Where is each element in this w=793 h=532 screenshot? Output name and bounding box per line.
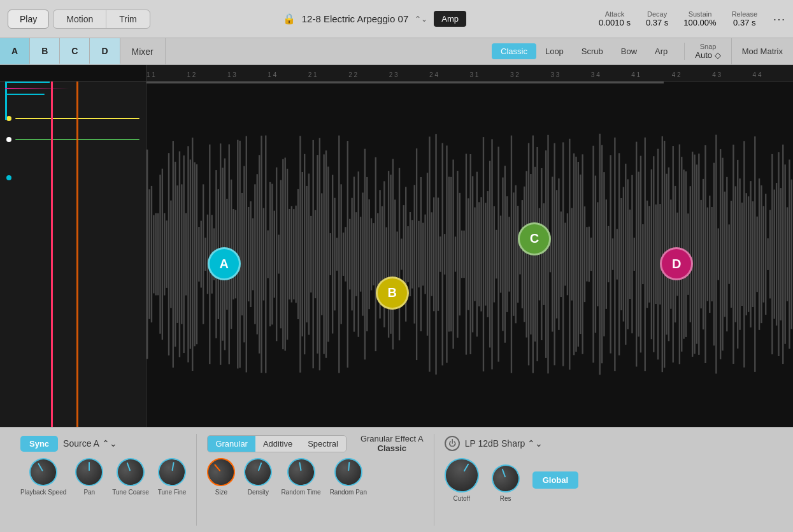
res-knob-container: Res (492, 464, 520, 502)
svg-rect-116 (396, 231, 397, 277)
playback-speed-knob[interactable] (24, 453, 62, 491)
grain-marker-b[interactable]: B (376, 277, 409, 310)
timeline-ruler: 1 11 21 31 42 12 22 32 43 13 23 33 44 14… (146, 65, 793, 82)
density-knob-container: Density (244, 458, 272, 496)
mod-matrix-button[interactable]: Mod Matrix (731, 38, 793, 64)
svg-rect-131 (429, 136, 430, 371)
source-select[interactable]: Source A ⌃⌄ (63, 438, 117, 449)
grain-marker-a[interactable]: A (208, 247, 241, 280)
svg-rect-278 (746, 193, 747, 315)
svg-rect-85 (330, 233, 331, 275)
grain-marker-c[interactable]: C (518, 222, 551, 255)
svg-rect-176 (525, 171, 527, 337)
motion-tab[interactable]: Motion (54, 10, 106, 28)
scene-tab-b[interactable]: B (30, 38, 60, 64)
global-button[interactable]: Global (532, 471, 578, 489)
svg-rect-67 (291, 206, 292, 302)
svg-rect-101 (364, 149, 366, 360)
decay-value[interactable]: 0.37 s (646, 18, 668, 27)
random-pan-label: Random Pan (330, 489, 367, 496)
sync-button[interactable]: Sync (20, 436, 58, 452)
scene-tab-c[interactable]: C (60, 38, 90, 64)
res-knob[interactable] (487, 461, 523, 496)
cutoff-knob-container: Cutoff (445, 458, 479, 502)
random-time-knob[interactable] (285, 456, 317, 489)
svg-rect-230 (642, 224, 643, 284)
density-knob[interactable] (240, 454, 276, 490)
arp-tab[interactable]: Arp (646, 43, 676, 59)
more-button[interactable]: ⋯ (773, 11, 785, 27)
svg-rect-277 (743, 141, 745, 367)
attack-param: Attack 0.0010 s (599, 10, 631, 27)
size-knob[interactable] (201, 452, 241, 492)
random-time-knob-container: Random Time (281, 458, 320, 496)
svg-rect-175 (524, 187, 525, 322)
release-value[interactable]: 0.37 s (733, 18, 755, 27)
trim-tab[interactable]: Trim (106, 10, 149, 28)
loop-tab[interactable]: Loop (536, 43, 573, 59)
svg-rect-24 (198, 227, 199, 282)
svg-rect-283 (756, 217, 757, 292)
granular-tab[interactable]: Granular (208, 436, 255, 452)
play-button[interactable]: Play (8, 10, 49, 29)
svg-rect-215 (610, 155, 611, 353)
svg-rect-23 (196, 164, 197, 344)
svg-rect-141 (450, 177, 452, 331)
power-button[interactable]: ⏻ (445, 436, 460, 451)
left-panel (0, 65, 146, 427)
svg-rect-84 (327, 167, 329, 342)
mixer-tab[interactable]: Mixer (120, 38, 166, 64)
svg-rect-269 (726, 177, 727, 331)
random-time-label: Random Time (281, 489, 320, 496)
classic-tab[interactable]: Classic (492, 43, 536, 59)
svg-rect-297 (787, 207, 788, 301)
svg-rect-238 (659, 204, 661, 305)
snap-value[interactable]: Auto ◇ (695, 50, 720, 60)
filter-select[interactable]: LP 12dB Sharp ⌃⌄ (465, 438, 543, 449)
svg-rect-58 (271, 184, 273, 325)
ruler-mark-10: 3 3 (550, 71, 559, 78)
attack-value[interactable]: 0.0010 s (599, 18, 631, 27)
amp-button[interactable]: Amp (434, 11, 466, 27)
sustain-value[interactable]: 100.00% (683, 18, 716, 27)
chevron-up-down-icon[interactable]: ⌃⌄ (415, 15, 427, 24)
svg-rect-200 (578, 162, 579, 347)
svg-rect-161 (494, 206, 495, 302)
svg-rect-104 (371, 218, 372, 290)
effect-name: Granular Effect A Classic (361, 434, 424, 453)
source-knob-group: Playback Speed Pan Tune Coarse Tune Fine (20, 458, 186, 496)
pan-knob[interactable] (75, 458, 103, 486)
additive-tab[interactable]: Additive (255, 436, 300, 452)
svg-rect-184 (543, 203, 545, 305)
random-pan-knob[interactable] (333, 457, 364, 487)
filter-knob-group: Cutoff Res Global (445, 458, 578, 502)
svg-rect-256 (698, 154, 699, 355)
svg-rect-90 (341, 184, 342, 324)
scene-tab-d[interactable]: D (90, 38, 120, 64)
svg-rect-114 (392, 159, 394, 350)
svg-rect-134 (435, 134, 436, 375)
svg-rect-9 (166, 220, 167, 288)
granular-header: Granular Additive Spectral Granular Effe… (207, 434, 423, 453)
waveform-canvas (146, 82, 793, 427)
scene-tab-a[interactable]: A (0, 38, 30, 64)
svg-rect-113 (390, 175, 391, 334)
tune-coarse-knob[interactable] (113, 454, 148, 490)
bow-tab[interactable]: Bow (612, 43, 646, 59)
spectral-tab[interactable]: Spectral (300, 436, 346, 452)
svg-rect-169 (511, 136, 512, 373)
svg-rect-26 (203, 184, 204, 324)
svg-rect-137 (442, 143, 443, 366)
svg-rect-229 (640, 156, 641, 353)
envelope-params: Attack 0.0010 s Decay 0.37 s Sustain 100… (599, 10, 785, 27)
tune-fine-knob[interactable] (156, 456, 189, 489)
svg-rect-154 (478, 202, 480, 306)
grain-marker-d[interactable]: D (660, 247, 693, 280)
lock-icon[interactable]: 🔒 (283, 13, 296, 25)
waveform-main[interactable]: 1 11 21 31 42 12 22 32 43 13 23 33 44 14… (146, 65, 793, 427)
svg-rect-270 (729, 224, 730, 284)
cutoff-knob[interactable] (438, 452, 485, 499)
scrub-tab[interactable]: Scrub (573, 43, 612, 59)
svg-rect-143 (455, 236, 456, 271)
res-label: Res (500, 495, 511, 502)
